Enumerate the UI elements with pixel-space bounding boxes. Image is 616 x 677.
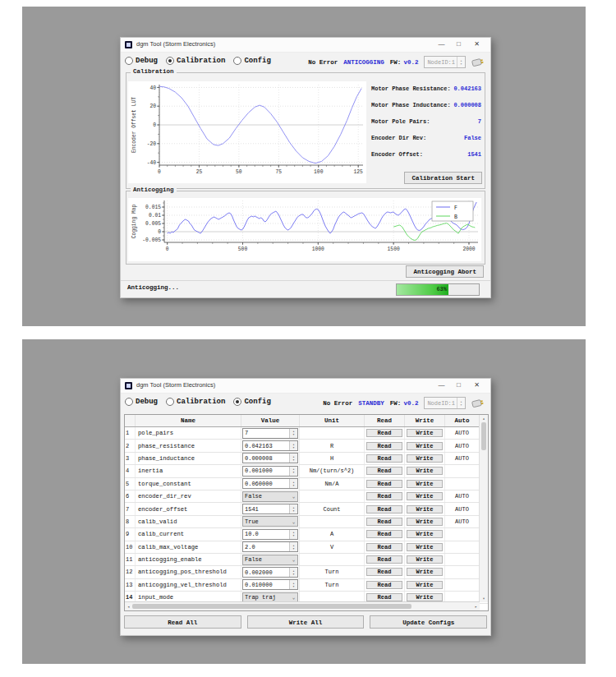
- connect-plug-icon[interactable]: [471, 398, 486, 408]
- titlebar: dgm Tool (Storm Electronics) — □ ✕: [121, 379, 490, 394]
- radio-icon[interactable]: [125, 398, 133, 406]
- value-spinbox[interactable]: 2.0▴▾: [242, 541, 298, 552]
- write-button[interactable]: Write: [407, 442, 443, 450]
- scroll-right-arrow-icon[interactable]: ▸: [472, 604, 480, 610]
- write-button[interactable]: Write: [407, 581, 443, 589]
- scroll-up-arrow-icon[interactable]: ▴: [480, 416, 488, 421]
- chevron-down-icon[interactable]: ⌄: [290, 518, 297, 525]
- tab-debug[interactable]: Debug: [125, 57, 158, 65]
- write-button[interactable]: Write: [407, 568, 443, 576]
- read-button[interactable]: Read: [366, 555, 402, 564]
- spin-arrows-icon[interactable]: ▴▾: [289, 429, 297, 438]
- value-combobox[interactable]: False⌄: [242, 555, 298, 565]
- value-spinbox[interactable]: 7▴▾: [242, 428, 298, 439]
- close-button[interactable]: ✕: [471, 39, 483, 50]
- node-id-spinner[interactable]: NodeID:1▴▾: [424, 397, 466, 409]
- value-spinbox[interactable]: 10.0▴▾: [242, 529, 298, 540]
- read-button[interactable]: Read: [366, 568, 402, 576]
- read-button[interactable]: Read: [366, 492, 402, 500]
- read-button[interactable]: Read: [366, 454, 402, 463]
- chevron-down-icon[interactable]: ⌄: [290, 556, 297, 563]
- spin-arrows-icon[interactable]: ▴▾: [457, 398, 465, 408]
- write-button[interactable]: Write: [407, 492, 443, 500]
- write-button[interactable]: Write: [407, 454, 443, 463]
- write-button[interactable]: Write: [407, 555, 443, 564]
- write-button[interactable]: Write: [407, 505, 443, 514]
- node-id-spinner[interactable]: NodeID:1▴▾: [424, 56, 466, 68]
- read-all-button[interactable]: Read All: [124, 615, 241, 629]
- write-button[interactable]: Write: [407, 593, 443, 601]
- spin-arrows-icon[interactable]: ▴▾: [289, 530, 297, 539]
- write-button[interactable]: Write: [407, 518, 443, 526]
- read-button[interactable]: Read: [366, 505, 402, 514]
- vertical-scroll-thumb[interactable]: [481, 422, 486, 450]
- spin-arrows-icon[interactable]: ▴▾: [289, 467, 297, 476]
- value-spinbox[interactable]: 0.000008▴▾: [242, 453, 298, 463]
- scroll-down-arrow-icon[interactable]: ▾: [480, 596, 488, 601]
- close-button[interactable]: ✕: [471, 380, 483, 391]
- chevron-down-icon[interactable]: ⌄: [290, 594, 297, 601]
- horizontal-scrollbar[interactable]: ◂ ▸: [125, 601, 480, 610]
- x-tick-label: 2000: [462, 246, 475, 252]
- spin-arrows-icon[interactable]: ▴▾: [289, 504, 297, 514]
- horizontal-scroll-thumb[interactable]: [132, 604, 411, 609]
- radio-icon[interactable]: [233, 57, 241, 65]
- spin-arrows-icon[interactable]: ▴▾: [457, 57, 465, 67]
- spin-arrows-icon[interactable]: ▴▾: [289, 542, 297, 551]
- write-button[interactable]: Write: [407, 467, 443, 475]
- read-button[interactable]: Read: [366, 530, 402, 538]
- value-spinbox[interactable]: 0.002000▴▾: [242, 567, 298, 578]
- encoder-offset-lut-chart[interactable]: 025507510012540200-20-40Encoder Offset L…: [128, 81, 366, 183]
- value-cell: True⌄: [241, 516, 300, 527]
- auto-cell: AUTO: [445, 516, 480, 527]
- read-button[interactable]: Read: [366, 518, 402, 526]
- tab-config[interactable]: Config: [233, 57, 270, 65]
- value-spinbox[interactable]: 0.010000▴▾: [242, 579, 298, 590]
- table-row: 6encoder_dir_revFalse⌄ReadWriteAUTO: [125, 490, 488, 503]
- value-spinbox[interactable]: 1541▴▾: [242, 504, 298, 514]
- tab-calibration[interactable]: Calibration: [166, 398, 225, 406]
- calibration-start-button[interactable]: Calibration Start: [404, 172, 482, 184]
- radio-icon[interactable]: [166, 398, 174, 406]
- read-button[interactable]: Read: [366, 480, 402, 488]
- read-button[interactable]: Read: [366, 581, 402, 589]
- write-button[interactable]: Write: [407, 480, 443, 488]
- write-all-button[interactable]: Write All: [247, 615, 365, 629]
- anticogging-abort-button[interactable]: Anticogging Abort: [406, 265, 484, 278]
- radio-icon[interactable]: [125, 57, 133, 65]
- maximize-button[interactable]: □: [453, 39, 465, 50]
- minimize-button[interactable]: —: [435, 380, 448, 391]
- value-combobox[interactable]: True⌄: [242, 516, 298, 527]
- value-combobox[interactable]: False⌄: [242, 491, 298, 502]
- spin-arrows-icon[interactable]: ▴▾: [289, 454, 297, 463]
- tab-config[interactable]: Config: [233, 398, 270, 406]
- spin-arrows-icon[interactable]: ▴▾: [289, 479, 297, 488]
- radio-icon[interactable]: [233, 398, 241, 406]
- vertical-scrollbar[interactable]: ▴ ▾: [479, 415, 488, 602]
- scroll-left-arrow-icon[interactable]: ◂: [125, 604, 132, 610]
- spin-arrows-icon[interactable]: ▴▾: [289, 441, 297, 450]
- read-button[interactable]: Read: [366, 429, 402, 437]
- value-spinbox[interactable]: 0.042163▴▾: [242, 440, 298, 451]
- maximize-button[interactable]: □: [453, 380, 465, 391]
- connect-plug-icon[interactable]: [471, 57, 486, 67]
- cogging-map-chart[interactable]: 05001000150020000.0150.010.0050-0.005Cog…: [128, 198, 481, 261]
- read-button[interactable]: Read: [366, 442, 402, 450]
- value-spinbox[interactable]: 0.001000▴▾: [242, 466, 298, 477]
- radio-icon[interactable]: [166, 57, 174, 65]
- write-button[interactable]: Write: [407, 530, 443, 538]
- write-button[interactable]: Write: [407, 429, 443, 437]
- chevron-down-icon[interactable]: ⌄: [290, 493, 297, 500]
- value-spinbox[interactable]: 0.060000▴▾: [242, 478, 298, 489]
- spin-arrows-icon[interactable]: ▴▾: [289, 568, 297, 577]
- tab-calibration[interactable]: Calibration: [166, 57, 225, 65]
- tab-debug[interactable]: Debug: [125, 398, 158, 406]
- read-button[interactable]: Read: [366, 543, 402, 551]
- spin-arrows-icon[interactable]: ▴▾: [289, 580, 297, 589]
- update-configs-button[interactable]: Update Configs: [370, 615, 487, 629]
- write-button[interactable]: Write: [407, 543, 443, 551]
- x-tick-label: 125: [354, 169, 364, 175]
- read-button[interactable]: Read: [366, 467, 402, 475]
- read-button[interactable]: Read: [366, 593, 402, 601]
- minimize-button[interactable]: —: [435, 39, 448, 50]
